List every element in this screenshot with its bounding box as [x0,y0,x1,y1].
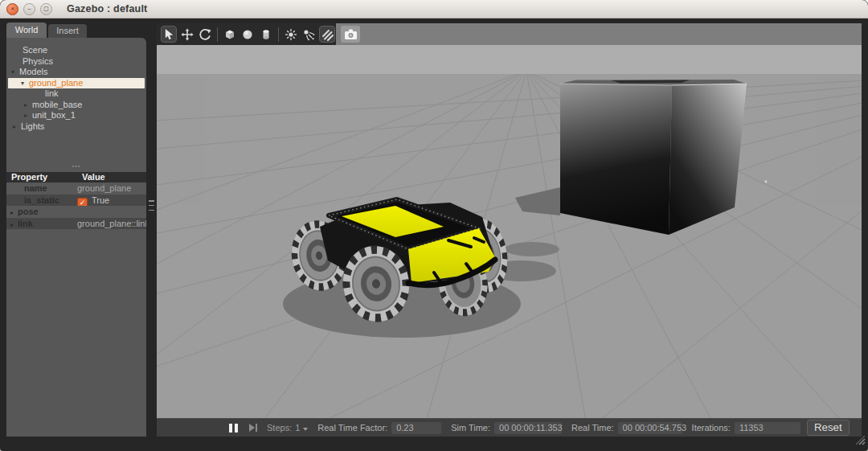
is-static-checkbox[interactable]: ✓ [77,198,88,207]
iterations-value: 11353 [735,422,800,434]
steps-value: 1 [295,423,300,433]
tree-item-lights[interactable]: ▸Lights [6,121,146,133]
translate-tool-button[interactable] [178,26,194,43]
tree-item-physics[interactable]: Physics [6,56,146,68]
insert-box-button[interactable] [222,26,238,43]
point-light-button[interactable] [283,26,299,43]
render-toolbar [157,23,862,45]
tree-item-unit-box-1[interactable]: ▸unit_box_1 [6,110,146,121]
step-icon [256,424,257,432]
cylinder-icon [260,28,272,41]
sim-time-label: Sim Time: [451,423,490,433]
tree-item-mobile-base[interactable]: ▸mobile_base [6,100,146,111]
sphere-icon [241,28,254,41]
real-time-value: 00 00:00:54.753 [618,422,682,434]
gazebo-window: × – ◻ Gazebo : default World Insert Scen… [0,0,868,451]
value-column-header: Value [82,172,105,182]
expand-arrow-icon[interactable]: ▸ [13,121,21,133]
toolbar-separator [278,27,279,42]
cursor-arrow-icon [163,28,175,40]
window-title: Gazebo : default [67,3,147,14]
insert-cylinder-button[interactable] [258,26,274,43]
spot-light-button[interactable] [301,26,317,43]
property-row-pose[interactable]: ▸pose [6,206,146,218]
directional-light-icon [321,28,334,41]
panel-viewport-splitter[interactable] [149,200,154,211]
spot-light-icon [302,28,315,41]
simulation-statusbar: Steps: 1 Real Time Factor: 0.23 Sim Time… [157,418,862,437]
origin-marker [765,181,768,183]
directional-light-button[interactable] [319,26,335,43]
tree-item-link[interactable]: link [6,88,146,100]
pause-icon [235,424,238,433]
close-icon: × [10,6,14,12]
rtf-label: Real Time Factor: [317,423,387,433]
expand-arrow-icon[interactable]: ▾ [11,67,19,78]
move-arrows-icon [181,28,194,41]
expand-arrow-icon[interactable]: ▸ [6,219,18,232]
expand-arrow-icon[interactable]: ▾ [21,78,29,89]
reset-button[interactable]: Reset [807,420,850,436]
steps-dropdown-arrow[interactable] [303,428,308,431]
close-button[interactable]: × [6,3,18,15]
sim-time-value: 00 00:00:11.353 [494,422,562,434]
property-table-header: Property Value [6,172,146,182]
rotate-tool-button[interactable] [197,26,213,43]
select-tool-button[interactable] [161,26,177,43]
steps-label: Steps: [267,423,292,433]
property-column-header: Property [6,172,82,182]
maximize-button[interactable]: ◻ [40,3,52,15]
sky [157,45,862,74]
pause-icon [229,424,232,433]
tree-item-scene[interactable]: Scene [6,45,146,56]
screenshot-button[interactable] [341,26,360,43]
rotate-arrows-icon [199,28,211,41]
cube-icon [223,28,236,41]
step-icon [249,424,255,432]
step-button[interactable] [249,424,257,432]
panel-splitter-handle[interactable]: ▪▪▪ [6,163,146,171]
viewport-3d-scene [157,45,862,418]
minimize-icon: – [27,6,31,12]
world-panel: Scene Physics ▾Models ▾ground_plane link… [6,38,146,437]
tree-item-models[interactable]: ▾Models [6,67,146,78]
tab-world[interactable]: World [6,23,47,38]
sun-icon [285,28,297,41]
property-row-is-static[interactable]: is_static ✓True [6,195,146,207]
expand-arrow-icon[interactable]: ▸ [24,110,32,121]
property-row-link[interactable]: ▸link ground_plane::link [6,218,146,230]
iterations-label: Iterations: [692,423,731,433]
viewport-3d[interactable] [157,45,862,418]
pause-button[interactable] [229,424,238,433]
rtf-value: 0.23 [391,422,441,434]
property-table: Property Value name ground_plane is_stat… [6,172,146,229]
real-time-label: Real Time: [571,423,614,433]
maximize-icon: ◻ [43,6,49,12]
property-row-name[interactable]: name ground_plane [6,182,146,195]
scene-tree: Scene Physics ▾Models ▾ground_plane link… [6,38,146,132]
resize-grip-icon [856,436,866,445]
minimize-button[interactable]: – [23,3,35,15]
camera-icon [344,28,358,40]
insert-sphere-button[interactable] [240,26,256,43]
tree-item-ground-plane[interactable]: ▾ground_plane [8,78,145,89]
unit-box[interactable] [560,80,747,235]
toolbar-separator [217,27,218,42]
tool-cluster [157,23,336,45]
expand-arrow-icon[interactable]: ▸ [24,100,32,111]
titlebar[interactable]: × – ◻ Gazebo : default [0,0,868,18]
tab-insert[interactable]: Insert [48,24,87,38]
window-resize-grip[interactable] [856,434,866,449]
